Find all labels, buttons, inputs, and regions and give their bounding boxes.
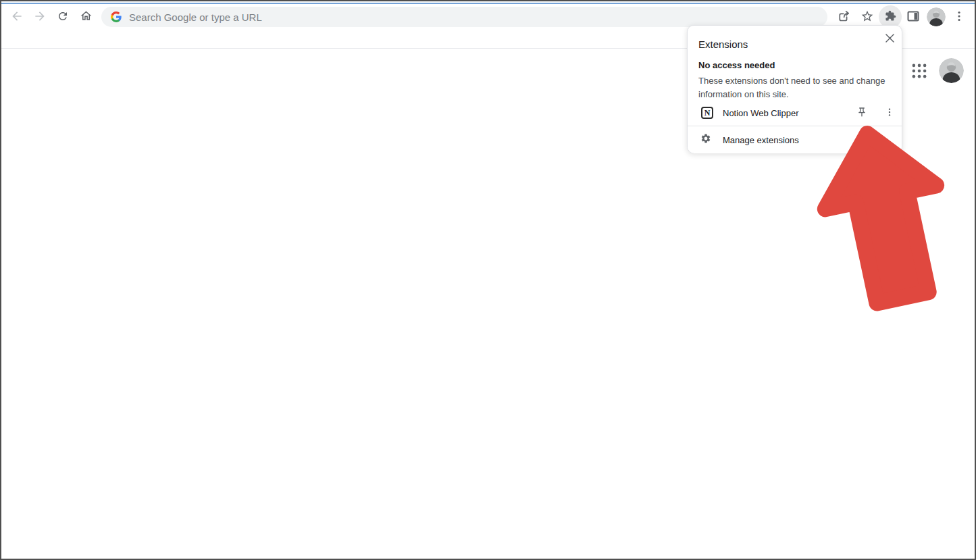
address-bar-placeholder: Search Google or type a URL (129, 11, 262, 23)
forward-arrow-icon (33, 9, 47, 25)
google-g-icon (111, 11, 122, 22)
puzzle-icon (885, 10, 896, 24)
extension-row-notion-web-clipper[interactable]: N Notion Web Clipper (688, 100, 902, 126)
back-button[interactable] (5, 5, 28, 28)
popup-title: Extensions (698, 39, 748, 50)
google-apps-grid-icon (910, 72, 928, 82)
access-section-body-line2: information on this site. (698, 88, 789, 101)
reload-icon (57, 10, 69, 24)
side-panel-icon (907, 10, 919, 24)
share-icon (838, 9, 851, 25)
browser-window: Search Google or type a URL (0, 0, 976, 560)
star-icon (861, 9, 874, 25)
profile-avatar-button[interactable] (925, 5, 948, 28)
browser-menu-button[interactable] (948, 5, 971, 28)
forward-button[interactable] (28, 5, 51, 28)
home-icon (80, 9, 93, 24)
manage-extensions-item[interactable]: Manage extensions (688, 126, 902, 153)
home-button[interactable] (74, 5, 97, 28)
kebab-menu-icon (954, 11, 965, 24)
manage-extensions-label: Manage extensions (723, 135, 799, 145)
gear-icon (700, 133, 711, 147)
side-panel-button[interactable] (902, 5, 925, 28)
notion-icon: N (701, 107, 713, 119)
pin-icon-button[interactable] (853, 104, 871, 122)
back-arrow-icon (10, 9, 24, 25)
access-section-body-line1: These extensions don't need to see and c… (698, 74, 885, 88)
pin-icon (856, 107, 867, 120)
extensions-popup: Extensions No access needed These extens… (687, 25, 902, 153)
avatar (939, 58, 964, 83)
extension-menu-button[interactable] (881, 104, 898, 122)
avatar (927, 7, 946, 26)
extension-name: Notion Web Clipper (723, 108, 798, 118)
google-apps-grid-button[interactable] (910, 62, 929, 81)
reload-button[interactable] (51, 5, 74, 28)
page-profile-avatar[interactable] (939, 58, 964, 83)
close-icon[interactable] (881, 29, 898, 47)
kebab-menu-icon (885, 107, 894, 119)
access-section-heading: No access needed (698, 60, 775, 71)
address-bar[interactable]: Search Google or type a URL (101, 7, 827, 27)
